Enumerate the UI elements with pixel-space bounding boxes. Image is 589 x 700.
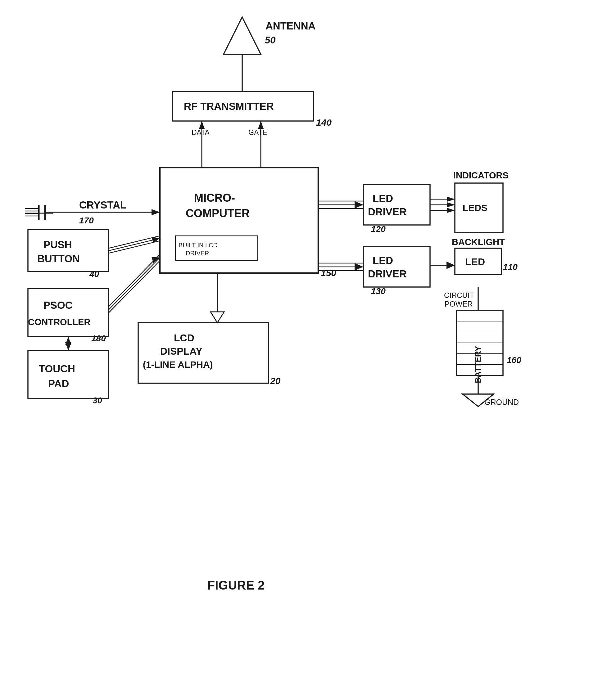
backlight-text: BACKLIGHT (452, 237, 505, 247)
micro-text1: MICRO- (194, 192, 235, 204)
led-drv2-text2: DRIVER (368, 268, 407, 280)
rf-tx-ref-text: 140 (316, 117, 332, 127)
figure-label-text: FIGURE 2 (207, 578, 264, 592)
battery-ref-text: 160 (507, 355, 521, 365)
push-btn-ref-text: 40 (89, 269, 100, 279)
lcd-text3: (1-LINE ALPHA) (143, 359, 213, 370)
svg-rect-122 (28, 230, 109, 272)
micro-text2: COMPUTER (186, 207, 250, 220)
touch-pad-text1: TOUCH (39, 363, 75, 374)
push-btn-text2: BUTTON (37, 253, 80, 264)
rf-tx-text: RF TRANSMITTER (184, 100, 274, 112)
psoc-text2: CONTROLLER (28, 317, 90, 327)
led-bl-text: LED (465, 256, 485, 268)
led-drv1-text1: LED (373, 193, 393, 204)
push-btn-text1: PUSH (43, 239, 72, 250)
antenna-ref-text: 50 (265, 35, 275, 46)
psoc-ref-text: 180 (91, 334, 106, 343)
svg-rect-127 (28, 289, 109, 337)
circuit-pwr-text1: CIRCUIT (444, 291, 474, 299)
touch-pad-ref-text: 30 (92, 396, 103, 405)
lcd-text1: LCD (174, 332, 194, 343)
crystal-text: CRYSTAL (79, 199, 126, 211)
leds-text: LEDS (463, 203, 487, 213)
lcd-ref-text: 20 (270, 376, 281, 386)
svg-rect-95 (363, 247, 430, 287)
led-drv1-text2: DRIVER (368, 206, 407, 218)
data-text: DATA (192, 128, 210, 136)
crystal-ref-text: 170 (79, 216, 94, 225)
full-diagram: ANTENNA 50 RF TRANSMITTER 140 DATA GATE … (0, 0, 589, 700)
ground-text: GROUND (484, 398, 519, 406)
builtin-lcd-text1: BUILT IN LCD (179, 242, 218, 249)
gate-text: GATE (248, 128, 267, 136)
lcd-text2: DISPLAY (160, 346, 202, 357)
led-drv2-text1: LED (373, 255, 393, 266)
micro-ref-text: 150 (321, 268, 336, 278)
builtin-lcd-text2: DRIVER (186, 250, 209, 257)
psoc-text1: PSOC (43, 299, 73, 311)
led-bl-ref-text: 110 (503, 262, 518, 272)
circuit-pwr-text2: POWER (445, 300, 473, 308)
led-drv1-ref-text: 120 (371, 224, 386, 234)
touch-pad-text2: PAD (48, 378, 69, 389)
svg-rect-82 (363, 185, 430, 225)
indicators-text: INDICATORS (453, 170, 509, 180)
antenna-text: ANTENNA (265, 20, 316, 32)
led-drv2-ref-text: 130 (371, 286, 386, 296)
svg-rect-79 (138, 323, 268, 383)
svg-rect-132 (28, 351, 109, 399)
